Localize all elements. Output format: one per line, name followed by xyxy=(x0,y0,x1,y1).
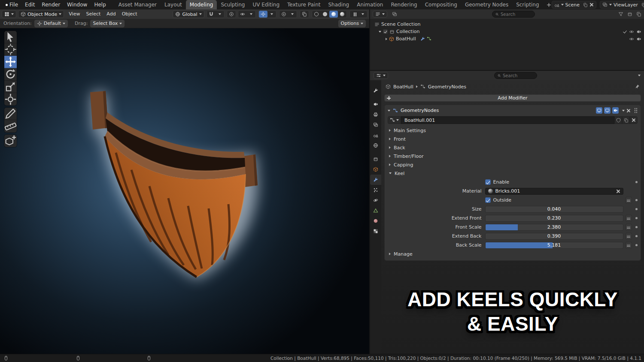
menu-edit[interactable]: Edit xyxy=(21,0,38,9)
scene-selector[interactable]: Scene xyxy=(552,1,597,9)
outside-checkbox[interactable] xyxy=(485,197,491,203)
animate-dot[interactable] xyxy=(635,244,638,246)
properties-search-input[interactable] xyxy=(503,73,534,78)
default-orientation-dropdown[interactable]: Default xyxy=(34,20,68,27)
selectable-check-icon[interactable] xyxy=(623,30,627,34)
tab-layout[interactable]: Layout xyxy=(161,0,186,9)
overlays-dropdown[interactable] xyxy=(288,11,297,18)
rotate-tool[interactable] xyxy=(4,68,17,81)
animate-dot[interactable] xyxy=(635,181,638,183)
transform-tool[interactable] xyxy=(4,93,17,106)
view-object-types-dropdown[interactable] xyxy=(247,11,255,18)
show-overlays-toggle[interactable] xyxy=(279,11,288,18)
tab-modifiers[interactable] xyxy=(370,175,381,185)
tab-sculpting[interactable]: Sculpting xyxy=(217,0,249,9)
display-render-toggle[interactable] xyxy=(612,107,619,114)
mode-dropdown[interactable]: Object Mode xyxy=(18,10,64,18)
section-capping[interactable]: Capping xyxy=(385,160,641,169)
drag-handle[interactable] xyxy=(634,108,638,113)
front-scale-slider[interactable]: 2.380 xyxy=(485,224,623,231)
menu-add[interactable]: Add xyxy=(103,9,118,19)
menu-select[interactable]: Select xyxy=(83,9,103,19)
animate-dot[interactable] xyxy=(635,226,638,228)
tab-texture-paint[interactable]: Texture Paint xyxy=(283,0,324,9)
tab-animation[interactable]: Animation xyxy=(353,0,387,9)
tab-modeling[interactable]: Modeling xyxy=(186,0,217,9)
section-main-settings[interactable]: Main Settings xyxy=(385,126,641,135)
back-scale-slider[interactable]: 5.181 xyxy=(485,242,623,249)
shading-material-button[interactable] xyxy=(329,11,338,18)
clear-material-icon[interactable] xyxy=(616,189,620,193)
node-group-browse-button[interactable] xyxy=(388,116,401,124)
display-editmode-toggle[interactable] xyxy=(596,107,602,114)
menu-render[interactable]: Render xyxy=(38,0,64,9)
attribute-input-toggle[interactable] xyxy=(626,242,632,249)
options-dropdown[interactable]: Options xyxy=(338,20,366,27)
t ab-texture[interactable] xyxy=(370,226,381,236)
material-field[interactable]: Bricks.001 xyxy=(485,188,623,195)
add-modifier-button[interactable]: Add Modifier xyxy=(384,94,641,102)
add-workspace-button[interactable] xyxy=(543,0,552,9)
tab-view-layer[interactable] xyxy=(370,120,381,130)
cursor-tool[interactable] xyxy=(4,43,17,56)
breadcrumb-modifier[interactable]: GeometryNodes xyxy=(428,84,466,90)
node-group-name-field[interactable]: BoatHull.001 xyxy=(401,116,614,124)
properties-editor-type-button[interactable] xyxy=(374,72,388,79)
attribute-input-toggle[interactable] xyxy=(626,233,632,240)
outliner-options-icon[interactable] xyxy=(636,12,641,17)
section-manage[interactable]: Manage xyxy=(385,250,641,258)
expand-icon[interactable] xyxy=(379,31,381,33)
pause-render-button[interactable] xyxy=(350,11,358,18)
outliner-row-boathull[interactable]: BoatHull xyxy=(370,35,644,42)
tab-asset-manager[interactable]: Asset Manager xyxy=(115,0,161,9)
breadcrumb-object[interactable]: BoatHull xyxy=(393,84,413,90)
tab-object[interactable] xyxy=(370,164,381,175)
fake-user-button[interactable] xyxy=(614,116,622,124)
tab-collection[interactable] xyxy=(370,154,381,164)
menu-window[interactable]: Window xyxy=(64,0,91,9)
annotate-tool[interactable] xyxy=(4,108,17,120)
tab-rendering[interactable]: Rendering xyxy=(387,0,421,9)
tab-output[interactable] xyxy=(370,109,381,120)
extend-back-slider[interactable]: 0.390 xyxy=(485,233,623,240)
new-collection-icon[interactable] xyxy=(627,12,632,17)
gizmo-dropdown[interactable] xyxy=(267,11,276,18)
outliner-row-scene-collection[interactable]: Scene Collection xyxy=(370,21,644,28)
editor-type-button[interactable] xyxy=(2,10,16,18)
animate-dot[interactable] xyxy=(635,235,638,237)
tab-shading[interactable]: Shading xyxy=(324,0,353,9)
menu-view[interactable]: View xyxy=(66,9,83,19)
display-mode-icon[interactable] xyxy=(392,12,397,17)
collection-checkbox[interactable] xyxy=(383,29,388,34)
animate-dot[interactable] xyxy=(635,217,638,219)
display-realtime-toggle[interactable] xyxy=(604,107,611,114)
menu-help[interactable]: Help xyxy=(91,0,109,9)
animate-dot[interactable] xyxy=(635,208,638,210)
tab-geometry-nodes[interactable]: Geometry Nodes xyxy=(461,0,512,9)
camera-visibility-icon[interactable] xyxy=(636,29,641,34)
tab-world[interactable] xyxy=(370,140,381,151)
shading-solid-button[interactable] xyxy=(321,11,329,18)
scale-tool[interactable] xyxy=(4,81,17,93)
tab-uv-editing[interactable]: UV Editing xyxy=(249,0,283,9)
section-timber-floor[interactable]: Timber/Floor xyxy=(385,152,641,160)
section-keel[interactable]: Keel xyxy=(385,169,641,178)
pin-icon[interactable] xyxy=(635,84,640,89)
extend-front-slider[interactable]: 0.230 xyxy=(485,215,623,222)
menu-object[interactable]: Object xyxy=(119,9,140,19)
proportional-edit-toggle[interactable] xyxy=(227,11,236,18)
shading-rendered-button[interactable] xyxy=(338,11,346,18)
menu-file[interactable]: File xyxy=(6,0,21,9)
shading-wireframe-button[interactable] xyxy=(312,11,321,18)
tab-compositing[interactable]: Compositing xyxy=(421,0,461,9)
tab-material[interactable] xyxy=(370,216,381,226)
unlink-node-group-button[interactable] xyxy=(630,116,638,124)
tab-scene[interactable] xyxy=(370,130,381,140)
tab-particles[interactable] xyxy=(370,185,381,195)
remove-modifier-button[interactable] xyxy=(626,109,631,113)
eye-icon[interactable] xyxy=(629,29,634,34)
tab-scripting[interactable]: Scripting xyxy=(512,0,543,9)
attribute-input-toggle[interactable] xyxy=(626,197,632,204)
orientation-dropdown[interactable]: Global xyxy=(173,10,204,18)
geometry-nodes-icon[interactable] xyxy=(427,36,431,41)
